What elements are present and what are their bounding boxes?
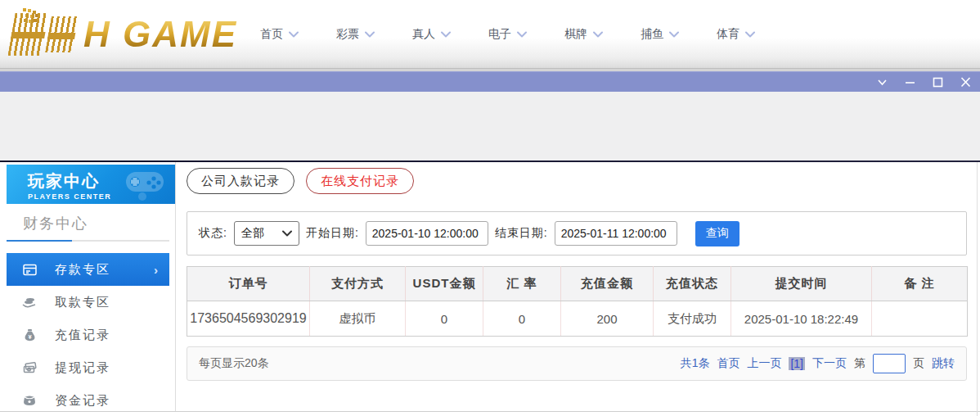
query-button[interactable]: 查询 [695, 221, 739, 246]
cell-usdt-amount: 0 [406, 301, 483, 337]
end-date-label: 结束日期: [495, 226, 548, 241]
finance-section-title: 财务中心 [23, 214, 175, 233]
pagination-bar: 每页显示20条 共1条 首页 上一页 [1] 下一页 第 页 跳转 [187, 346, 967, 381]
next-page-link[interactable]: 下一页 [812, 356, 847, 371]
col-submit-time: 提交时间 [731, 267, 872, 301]
nav-item-label: 捕鱼 [641, 27, 663, 42]
sidebar-item-label: 取款专区 [55, 295, 110, 310]
section-underline [7, 240, 169, 242]
col-exchange-rate: 汇 率 [483, 267, 561, 301]
nav-item-home[interactable]: 首页 [260, 27, 299, 42]
nav-item-sports[interactable]: 体育 [717, 27, 755, 42]
logo-striped-h-icon [7, 13, 48, 56]
close-icon[interactable] [960, 77, 972, 88]
col-usdt-amount: USDT金额 [406, 267, 483, 301]
cell-payment-method: 虚拟币 [310, 301, 406, 337]
main-panel: 公司入款记录 在线支付记录 状态: 全部 开始日期: 结束日期: 查询 [176, 162, 980, 411]
logo-text: H GAME [83, 14, 237, 55]
sidebar-menu: 存款专区 › 取款专区 ¥ 充值记录 [0, 253, 175, 416]
start-date-label: 开始日期: [306, 226, 359, 241]
sidebar-item-recharge-record[interactable]: ¥ 充值记录 [0, 319, 175, 351]
chevron-down-icon [282, 230, 292, 237]
start-date-input[interactable] [366, 221, 488, 246]
tab-company-deposit-records[interactable]: 公司入款记录 [187, 168, 294, 194]
records-table-wrap: 订单号 支付方式 USDT金额 汇 率 充值金额 充值状态 提交时间 备 注 1 [187, 266, 967, 337]
cell-remarks [872, 301, 968, 337]
col-remarks: 备 注 [872, 267, 968, 301]
sidebar-item-deposit-zone[interactable]: 存款专区 › [7, 253, 169, 286]
logo-confetti-dots [23, 8, 26, 11]
maximize-icon[interactable] [932, 77, 944, 88]
sidebar-item-label: 充值记录 [55, 328, 110, 343]
current-page-badge: [1] [789, 357, 805, 370]
status-select-value: 全部 [241, 226, 264, 241]
right-edge-line [977, 162, 978, 416]
page-spacer [0, 92, 980, 161]
nav-item-chess[interactable]: 棋牌 [564, 27, 603, 42]
nav-item-fishing[interactable]: 捕鱼 [641, 27, 679, 42]
status-select[interactable]: 全部 [234, 221, 299, 246]
content-area: 玩家中心 PLAYERS CENTER 财务中心 存 [0, 162, 980, 411]
chevron-down-icon [365, 31, 375, 38]
sidebar-item-withdrawal-record[interactable]: 提现记录 [0, 351, 175, 384]
pager: 共1条 首页 上一页 [1] 下一页 第 页 跳转 [681, 354, 955, 373]
end-date-input[interactable] [555, 221, 677, 246]
brand-logo[interactable]: H GAME [0, 0, 237, 68]
sidebar-item-withdraw-zone[interactable]: 取款专区 [0, 286, 175, 319]
col-recharge-status: 充值状态 [654, 267, 731, 301]
chevron-down-icon [517, 31, 527, 38]
chevron-down-icon [289, 31, 299, 38]
deposit-card-icon [22, 262, 37, 277]
total-count: 共1条 [681, 356, 710, 371]
page: H GAME 首页 彩票 真人 电子 棋牌 [0, 0, 980, 416]
records-table: 订单号 支付方式 USDT金额 汇 率 充值金额 充值状态 提交时间 备 注 1 [187, 266, 968, 337]
jump-label-post: 页 [913, 356, 924, 371]
chevron-down-icon [745, 31, 755, 38]
sidebar-item-label: 存款专区 [55, 262, 110, 278]
chevron-down-icon [669, 31, 679, 38]
col-recharge-amount: 充值金额 [561, 267, 654, 301]
withdraw-hand-icon [22, 295, 37, 310]
chevron-down-icon [441, 31, 451, 38]
sidebar: 玩家中心 PLAYERS CENTER 财务中心 存 [0, 162, 176, 411]
window-titlebar [0, 71, 980, 92]
tab-online-payment-records[interactable]: 在线支付记录 [306, 168, 414, 194]
nav-item-label: 首页 [260, 27, 283, 42]
chevron-right-icon: › [154, 263, 158, 277]
nav-menu: 首页 彩票 真人 电子 棋牌 捕鱼 [260, 27, 755, 42]
cell-submit-time: 2025-01-10 18:22:49 [731, 301, 872, 337]
banknotes-icon [22, 360, 37, 375]
filter-bar: 状态: 全部 开始日期: 结束日期: 查询 [187, 211, 967, 255]
jump-label-pre: 第 [854, 356, 865, 371]
nav-item-label: 彩票 [336, 27, 359, 42]
prev-page-link[interactable]: 上一页 [747, 356, 781, 371]
nav-item-live[interactable]: 真人 [412, 27, 451, 42]
nav-item-lottery[interactable]: 彩票 [336, 27, 375, 42]
page-number-input[interactable] [873, 354, 906, 373]
nav-item-label: 真人 [412, 27, 435, 42]
cell-order-no: 1736504569302919 [187, 301, 310, 337]
first-page-link[interactable]: 首页 [717, 356, 739, 371]
moneybag-icon: ¥ [22, 328, 37, 342]
sidebar-item-label: 提现记录 [55, 360, 110, 376]
chevron-down-icon[interactable] [876, 77, 888, 88]
nav-item-label: 电子 [488, 27, 511, 42]
record-tabs: 公司入款记录 在线支付记录 [187, 168, 967, 194]
nav-item-slots[interactable]: 电子 [488, 27, 527, 42]
table-row: 1736504569302919 虚拟币 0 0 200 支付成功 2025-0… [187, 301, 968, 337]
jump-link[interactable]: 跳转 [932, 356, 955, 371]
players-center-banner: 玩家中心 PLAYERS CENTER [7, 165, 175, 204]
col-order-no: 订单号 [187, 267, 310, 301]
cell-recharge-amount: 200 [561, 301, 654, 337]
sidebar-item-funds-record[interactable]: 资金记录 [0, 384, 175, 416]
purse-icon [22, 393, 37, 408]
gamepad-icon [123, 169, 169, 201]
minimize-icon[interactable] [904, 77, 916, 88]
cell-recharge-status: 支付成功 [654, 301, 731, 337]
cell-exchange-rate: 0 [483, 301, 561, 337]
per-page-text: 每页显示20条 [199, 356, 269, 371]
col-payment-method: 支付方式 [310, 267, 406, 301]
top-navbar: H GAME 首页 彩票 真人 电子 棋牌 [0, 0, 980, 69]
nav-item-label: 体育 [717, 27, 739, 42]
table-header-row: 订单号 支付方式 USDT金额 汇 率 充值金额 充值状态 提交时间 备 注 [187, 267, 968, 301]
